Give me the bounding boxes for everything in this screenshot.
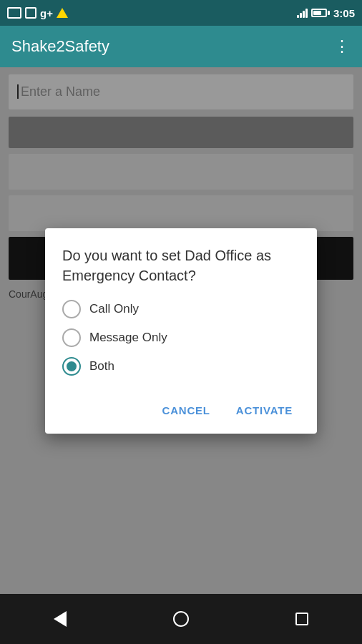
cancel-button[interactable]: CANCEL (155, 399, 217, 422)
home-icon (173, 611, 189, 627)
radio-label-call-only: Call Only (89, 302, 139, 316)
square-icon (25, 7, 36, 19)
recent-apps-button[interactable] (288, 605, 316, 633)
radio-circle-call-only (62, 300, 81, 318)
app-title: Shake2Safety (11, 37, 109, 56)
radio-both[interactable]: Both (62, 357, 300, 376)
google-icon: g+ (40, 7, 53, 19)
radio-call-only[interactable]: Call Only (62, 300, 300, 318)
battery-icon (311, 9, 330, 17)
dialog-overlay: Do you want to set Dad Office as Emergen… (0, 67, 362, 594)
status-right: 3:05 (297, 7, 355, 19)
clock: 3:05 (333, 7, 355, 19)
warning-icon (57, 8, 68, 18)
radio-label-message-only: Message Only (89, 331, 167, 345)
status-icons: g+ (7, 7, 68, 19)
emergency-contact-dialog: Do you want to set Dad Office as Emergen… (45, 228, 317, 434)
photo-icon (7, 7, 21, 19)
signal-icon (297, 8, 308, 18)
back-icon (54, 611, 67, 627)
dialog-actions: CANCEL ACTIVATE (62, 393, 300, 422)
radio-circle-both (62, 357, 81, 376)
dialog-title: Do you want to set Dad Office as Emergen… (62, 245, 300, 286)
radio-label-both: Both (89, 359, 114, 374)
radio-message-only[interactable]: Message Only (62, 328, 300, 347)
app-toolbar: Shake2Safety ⋮ (0, 26, 362, 67)
overflow-menu-button[interactable]: ⋮ (334, 37, 351, 56)
recent-icon (295, 613, 308, 625)
status-bar: g+ 3:05 (0, 0, 362, 26)
navigation-bar (0, 594, 362, 644)
radio-circle-message-only (62, 328, 81, 347)
contact-type-radio-group: Call Only Message Only Both (62, 300, 300, 376)
radio-inner-both (67, 361, 77, 371)
home-button[interactable] (167, 605, 195, 633)
activate-button[interactable]: ACTIVATE (229, 399, 300, 422)
back-button[interactable] (46, 605, 74, 633)
